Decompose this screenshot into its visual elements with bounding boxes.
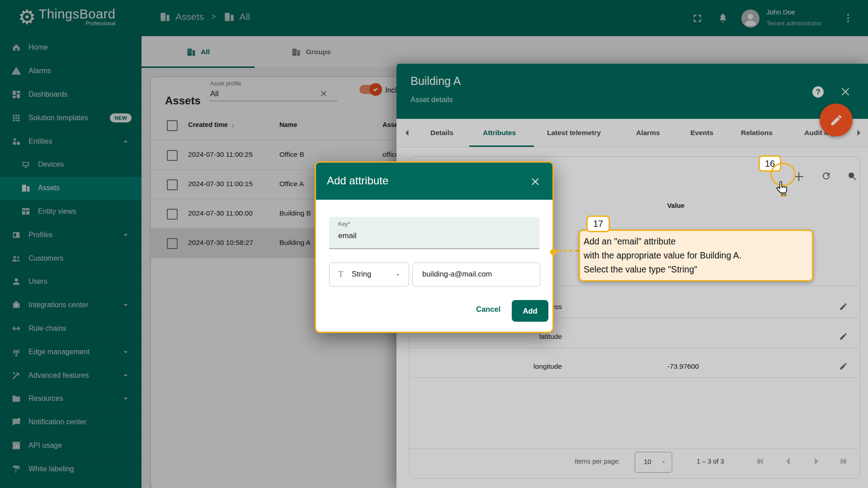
step-17-callout: Add an "email" attributewith the appropr… xyxy=(579,230,813,282)
dialog-title: Add attribute xyxy=(327,174,388,187)
connector-dashed-line xyxy=(557,250,579,252)
close-dialog-icon[interactable] xyxy=(530,177,540,187)
attribute-value-text: building-a@mail.com xyxy=(422,270,492,278)
callout-text-line: with the appropriate value for Building … xyxy=(584,249,812,263)
pointer-cursor xyxy=(776,181,789,196)
cancel-button[interactable]: Cancel xyxy=(476,305,500,314)
step-17-badge: 17 xyxy=(586,216,610,232)
value-type-selected: String xyxy=(352,270,371,278)
string-type-icon: T xyxy=(338,269,344,279)
add-button[interactable]: Add xyxy=(512,300,548,322)
callout-text-line: Add an "email" attribute xyxy=(584,235,812,249)
add-attribute-dialog: Add attribute Key* email T String buildi… xyxy=(315,161,554,333)
select-caret-icon xyxy=(395,273,401,277)
value-type-select[interactable]: T String xyxy=(329,263,409,286)
thingsboard-app: ⚙ ThingsBoard Professional Assets>All Jo… xyxy=(0,0,868,488)
key-field[interactable]: Key* email xyxy=(329,217,539,249)
key-field-value: email xyxy=(338,231,357,240)
connector-dot xyxy=(550,249,557,255)
callout-text-line: Select the value type "String" xyxy=(584,263,812,277)
dialog-header: Add attribute xyxy=(316,163,552,200)
key-field-label: Key* xyxy=(338,221,350,227)
attribute-value-input[interactable]: building-a@mail.com xyxy=(412,263,540,286)
